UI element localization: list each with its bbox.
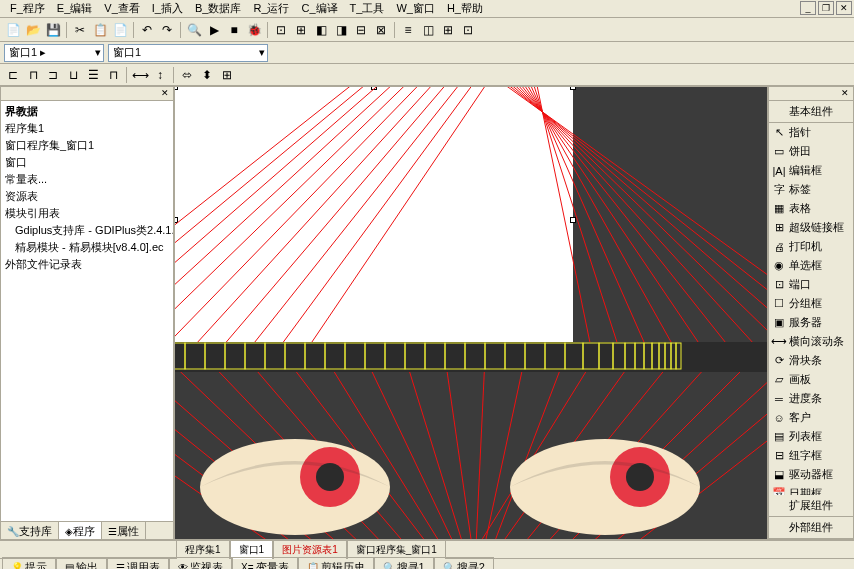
save-icon[interactable]: 💾: [44, 21, 62, 39]
svg-rect-85: [676, 343, 681, 369]
component-item[interactable]: ⟷横向滚动条: [769, 332, 853, 351]
status-vartable[interactable]: X=变量表: [232, 557, 298, 569]
component-item[interactable]: ⟳滑块条: [769, 351, 853, 370]
component-item[interactable]: ▭饼田: [769, 142, 853, 161]
menu-window[interactable]: W_窗口: [390, 0, 441, 18]
component-item[interactable]: ▣服务器: [769, 313, 853, 332]
menu-view[interactable]: V_查看: [98, 0, 145, 18]
status-search1[interactable]: 🔍搜寻1: [374, 557, 434, 569]
tree-item[interactable]: 精易模块 - 精易模块[v8.4.0].ec: [3, 239, 171, 256]
tb-e-icon[interactable]: ⊟: [352, 21, 370, 39]
component-item[interactable]: ↖指针: [769, 123, 853, 142]
minimize-button[interactable]: _: [800, 1, 816, 15]
paste-icon[interactable]: 📄: [111, 21, 129, 39]
component-icon: ▤: [772, 430, 786, 444]
tree-item[interactable]: 窗口程序集_窗口1: [3, 137, 171, 154]
tree-item[interactable]: 常量表...: [3, 171, 171, 188]
component-item[interactable]: ═进度条: [769, 389, 853, 408]
menu-tools[interactable]: T_工具: [344, 0, 391, 18]
tb-i-icon[interactable]: ⊞: [439, 21, 457, 39]
component-item[interactable]: ⊞超级链接框: [769, 218, 853, 237]
design-canvas[interactable]: [174, 86, 768, 540]
tree-item[interactable]: 模块引用表: [3, 205, 171, 222]
tree-item[interactable]: Gdiplus支持库 - GDIPlus类2.4.1.ec: [3, 222, 171, 239]
close-button[interactable]: ✕: [836, 1, 852, 15]
dist-h-icon[interactable]: ⟷: [131, 66, 149, 84]
same-size-icon[interactable]: ⊞: [218, 66, 236, 84]
undo-icon[interactable]: ↶: [138, 21, 156, 39]
menu-run[interactable]: R_运行: [247, 0, 295, 18]
cut-icon[interactable]: ✂: [71, 21, 89, 39]
dist-v-icon[interactable]: ↕: [151, 66, 169, 84]
form-designer[interactable]: [175, 87, 573, 353]
status-search2[interactable]: 🔍搜寻2: [434, 557, 494, 569]
project-tree[interactable]: 界教据 程序集1 窗口程序集_窗口1 窗口 常量表... 资源表 模块引用表 G…: [1, 101, 173, 521]
component-item[interactable]: ⊡端口: [769, 275, 853, 294]
menu-database[interactable]: B_数据库: [189, 0, 247, 18]
align-top-icon[interactable]: ⊔: [64, 66, 82, 84]
open-icon[interactable]: 📂: [24, 21, 42, 39]
component-item[interactable]: ⊟纽字框: [769, 446, 853, 465]
expand-components[interactable]: 扩展组件: [769, 495, 853, 517]
align-middle-icon[interactable]: ☰: [84, 66, 102, 84]
stop-icon[interactable]: ■: [225, 21, 243, 39]
tb-h-icon[interactable]: ◫: [419, 21, 437, 39]
menu-edit[interactable]: E_编辑: [51, 0, 98, 18]
align-center-icon[interactable]: ⊓: [24, 66, 42, 84]
redo-icon[interactable]: ↷: [158, 21, 176, 39]
align-bottom-icon[interactable]: ⊓: [104, 66, 122, 84]
window-selector-2[interactable]: 窗口1: [108, 44, 268, 62]
status-tip[interactable]: 💡提示: [2, 557, 56, 569]
component-item[interactable]: ▦表格: [769, 199, 853, 218]
component-item[interactable]: 📅日期框: [769, 484, 853, 495]
tree-item[interactable]: 窗口: [3, 154, 171, 171]
find-icon[interactable]: 🔍: [185, 21, 203, 39]
menu-insert[interactable]: I_插入: [146, 0, 189, 18]
component-item[interactable]: ◉单选框: [769, 256, 853, 275]
status-cliphistory[interactable]: 📋剪辑历史: [298, 557, 374, 569]
tb-a-icon[interactable]: ⊡: [272, 21, 290, 39]
same-height-icon[interactable]: ⬍: [198, 66, 216, 84]
external-components[interactable]: 外部组件: [769, 517, 853, 539]
tab-support-lib[interactable]: 🔧支持库: [1, 522, 59, 539]
tb-g-icon[interactable]: ≡: [399, 21, 417, 39]
tab-properties[interactable]: ☰属性: [102, 522, 146, 539]
same-width-icon[interactable]: ⬄: [178, 66, 196, 84]
copy-icon[interactable]: 📋: [91, 21, 109, 39]
debug-icon[interactable]: 🐞: [245, 21, 263, 39]
tree-item[interactable]: 外部文件记录表: [3, 256, 171, 273]
component-item[interactable]: ☺客户: [769, 408, 853, 427]
tb-f-icon[interactable]: ⊠: [372, 21, 390, 39]
maximize-button[interactable]: ❐: [818, 1, 834, 15]
component-item[interactable]: 字标签: [769, 180, 853, 199]
component-item[interactable]: ⬓驱动器框: [769, 465, 853, 484]
panel-close-icon[interactable]: ✕: [839, 88, 851, 100]
component-label: 标签: [789, 182, 811, 197]
run-icon[interactable]: ▶: [205, 21, 223, 39]
status-calltable[interactable]: ☰调用表: [107, 557, 169, 569]
tb-c-icon[interactable]: ◧: [312, 21, 330, 39]
component-item[interactable]: ▤列表框: [769, 427, 853, 446]
menu-help[interactable]: H_帮助: [441, 0, 489, 18]
component-item[interactable]: ▱画板: [769, 370, 853, 389]
tb-d-icon[interactable]: ◨: [332, 21, 350, 39]
menu-program[interactable]: F_程序: [4, 0, 51, 18]
status-output[interactable]: ▤输出: [56, 557, 107, 569]
new-icon[interactable]: 📄: [4, 21, 22, 39]
align-left-icon[interactable]: ⊏: [4, 66, 22, 84]
tab-program[interactable]: ◈程序: [59, 522, 102, 539]
tree-item[interactable]: 资源表: [3, 188, 171, 205]
status-watchtable[interactable]: 👁监视表: [169, 557, 232, 569]
component-item[interactable]: |A|编辑框: [769, 161, 853, 180]
tree-root[interactable]: 界教据: [3, 103, 171, 120]
tb-b-icon[interactable]: ⊞: [292, 21, 310, 39]
menu-compile[interactable]: C_编译: [296, 0, 344, 18]
panel-close-icon[interactable]: ✕: [159, 88, 171, 100]
component-item[interactable]: ☐分组框: [769, 294, 853, 313]
component-item[interactable]: 🖨打印机: [769, 237, 853, 256]
tb-j-icon[interactable]: ⊡: [459, 21, 477, 39]
window-selector-1[interactable]: 窗口1 ▸: [4, 44, 104, 62]
tree-item[interactable]: 程序集1: [3, 120, 171, 137]
component-icon: ☺: [772, 411, 786, 425]
align-right-icon[interactable]: ⊐: [44, 66, 62, 84]
